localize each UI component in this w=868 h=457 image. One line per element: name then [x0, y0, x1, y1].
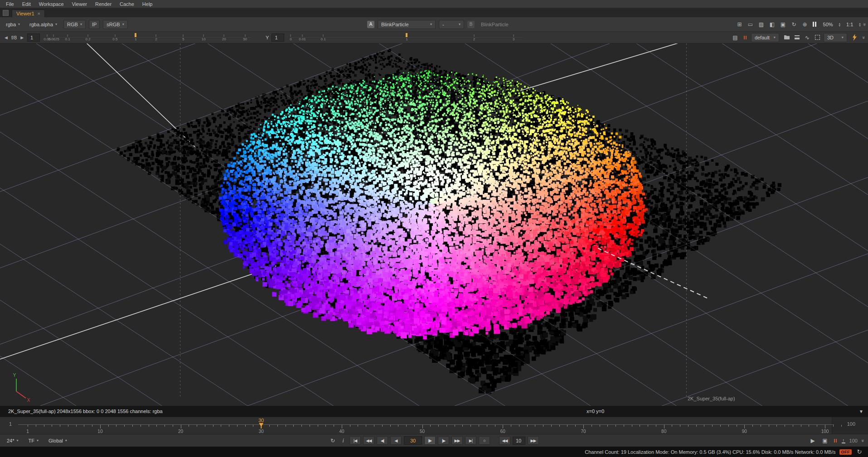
frame-increment-field[interactable]: 10	[513, 437, 525, 445]
menu-item-render[interactable]: Render	[91, 1, 116, 7]
next-keyframe-button[interactable]: ▶▶	[451, 436, 463, 445]
status-off-badge[interactable]: OFF	[839, 449, 852, 455]
input-process-button[interactable]: IP	[89, 20, 100, 29]
slider-tick	[156, 34, 156, 37]
viewer-process-select[interactable]: default▾	[751, 33, 779, 42]
colorspace-select[interactable]: sRGB▾	[103, 20, 127, 29]
menu-item-viewer[interactable]: Viewer	[68, 1, 91, 7]
slider-tick	[323, 34, 324, 37]
view-mode-select[interactable]: 3D▾	[824, 33, 847, 42]
goto-end-button[interactable]: ▶|	[465, 436, 476, 445]
play-backward-button[interactable]: ◀	[390, 436, 402, 445]
roi-icon[interactable]: ⊕	[801, 20, 809, 29]
menu-item-cache[interactable]: Cache	[116, 1, 138, 7]
cache-indicator-icon[interactable]	[833, 437, 838, 445]
wipe-mode-select[interactable]: -▾	[439, 20, 464, 29]
curve-icon[interactable]: ∿	[803, 34, 811, 42]
export-icon[interactable]: ↑	[842, 438, 845, 443]
tf-select[interactable]: TF▾	[25, 436, 42, 445]
slider-tick-label: 0.1	[65, 37, 70, 41]
gain-next-button[interactable]: ▶	[19, 35, 24, 40]
zoom-select[interactable]: 50%	[820, 20, 836, 29]
slider-tick	[47, 34, 48, 37]
current-frame-field[interactable]: 30	[404, 436, 422, 445]
zoom-steppers[interactable]: ▴▾	[839, 22, 841, 27]
gamma-value-field[interactable]: 1	[272, 34, 284, 42]
list-icon[interactable]	[795, 35, 800, 39]
cursor-coords: x=0 y=0	[587, 409, 604, 414]
stripes-icon[interactable]: ▨	[757, 20, 766, 29]
overflow-chevron-icon[interactable]: »	[861, 36, 867, 38]
frame-info-icon[interactable]: i	[339, 437, 347, 445]
pane-layout-icon[interactable]	[3, 10, 9, 16]
viewport-3d-canvas[interactable]	[0, 43, 868, 406]
slider-tick	[183, 34, 184, 37]
range-start-field[interactable]: 1	[9, 421, 12, 427]
input-b-select[interactable]: BlinkParticle	[478, 20, 512, 29]
slider-tick	[302, 34, 303, 37]
menu-item-workspace[interactable]: Workspace	[35, 1, 68, 7]
menu-item-help[interactable]: Help	[138, 1, 157, 7]
slider-marker[interactable]	[406, 33, 407, 37]
overlay-icon[interactable]: ⊞	[736, 20, 744, 29]
slider-tick	[245, 34, 245, 37]
step-back-button[interactable]: ◀|	[377, 436, 388, 445]
slider-tick	[224, 34, 224, 37]
flipbook-play-icon[interactable]: ▶	[809, 437, 817, 445]
prev-keyframe-button[interactable]: ◀◀	[363, 436, 374, 445]
tab-close-icon[interactable]: ×	[38, 11, 40, 16]
fullscreen-icon[interactable]: ▣	[821, 437, 829, 445]
range-mode-select[interactable]: Global▾	[45, 436, 70, 445]
slider-tick-label: 0.01	[299, 37, 306, 41]
jump-back-button[interactable]: ◀◀	[499, 436, 510, 445]
display-mode-select[interactable]: RGB▾	[63, 20, 86, 29]
slider-tick	[68, 34, 68, 37]
refresh-status-icon[interactable]: ↻	[855, 448, 863, 456]
layer-select[interactable]: rgba▾	[3, 20, 23, 29]
menu-item-edit[interactable]: Edit	[18, 1, 35, 7]
gain-prev-button[interactable]: ◀	[4, 35, 9, 40]
marquee-icon[interactable]	[815, 35, 820, 40]
gain-slider[interactable]: 0.06250.050.10.20.5125102050	[47, 33, 251, 43]
timeline-ruler[interactable]	[0, 417, 868, 434]
overflow-chevron-icon[interactable]: »	[862, 23, 868, 25]
slider-tick-label: 50	[243, 37, 247, 41]
chevron-down-icon: ▾	[80, 22, 82, 26]
loop-mode-button[interactable]: ○	[479, 436, 490, 445]
play-forward-button[interactable]: ▶	[424, 436, 436, 445]
slider-marker[interactable]	[135, 33, 136, 37]
range-end-field[interactable]: 100	[847, 421, 855, 427]
jump-forward-button[interactable]: ▶▶	[528, 436, 539, 445]
gain-value-field[interactable]: 1	[27, 34, 40, 42]
gamma-slider[interactable]: 00.010.1123	[291, 33, 523, 43]
tab-viewer1[interactable]: Viewer1 ×	[12, 10, 45, 17]
ab-split-icon[interactable]: ◧	[768, 20, 776, 29]
slider-tick-label: 0.5	[112, 37, 117, 41]
timeline: 1 100	[0, 417, 868, 434]
lightning-icon[interactable]	[851, 34, 859, 42]
input-a-select[interactable]: BlinkParticle▾	[378, 20, 436, 29]
tab-label: Viewer1	[16, 11, 34, 16]
menu-item-file[interactable]: File	[2, 1, 18, 7]
folder-icon[interactable]	[783, 34, 791, 42]
info-caret-icon[interactable]: ▼	[859, 409, 863, 414]
fstop-label: f/8	[11, 35, 17, 40]
pixel-aspect-button[interactable]: 1:1	[843, 20, 856, 29]
format-guides-icon[interactable]: ▭	[747, 20, 755, 29]
overflow-chevron-icon[interactable]: »	[860, 439, 866, 442]
panel-icon[interactable]: ▤	[731, 34, 739, 42]
refresh-icon[interactable]: ↻	[790, 20, 798, 29]
alpha-channel-select[interactable]: rgba.alpha▾	[26, 20, 60, 29]
goto-start-button[interactable]: |◀	[349, 436, 361, 445]
slider-tick	[88, 34, 88, 37]
pause-icon[interactable]	[812, 20, 817, 29]
checker-icon[interactable]: ▣	[779, 20, 787, 29]
loop-play-icon[interactable]: ↻	[329, 437, 337, 445]
playback-bar: 24*▾ TF▾ Global▾ ↻ i |◀ ◀◀ ◀| ◀ 30 ▶ |▶ …	[0, 434, 868, 447]
aspect-steppers[interactable]: ▴▾	[859, 22, 861, 27]
slider-tick	[474, 34, 474, 37]
step-forward-button[interactable]: |▶	[438, 436, 449, 445]
pause-indicator-small-icon[interactable]	[743, 34, 747, 42]
status-bar: Channel Count: 19 Localization Mode: On …	[0, 447, 868, 457]
fps-select[interactable]: 24*▾	[4, 436, 22, 445]
